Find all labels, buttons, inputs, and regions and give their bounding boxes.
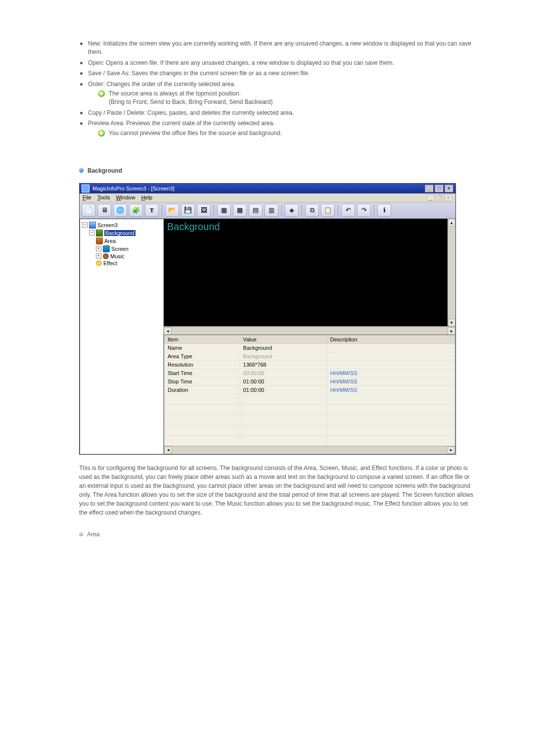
doc-restore-button[interactable]: ❐ [436, 194, 444, 201]
scroll-left-icon[interactable]: ◂ [164, 446, 172, 454]
cell-value[interactable]: 1366*768 [240, 360, 327, 369]
tool-save-icon[interactable]: 💾 [181, 204, 195, 217]
toolbar-separator [281, 204, 282, 216]
feature-list: New: Initializes the screen view you are… [79, 40, 475, 138]
tool-undo-icon[interactable]: ↶ [341, 204, 355, 217]
list-item: Save / Save As: Saves the changes in the… [79, 69, 475, 78]
scroll-down-icon[interactable]: ▾ [448, 319, 455, 327]
horizontal-scrollbar[interactable]: ◂ ▸ [164, 327, 455, 334]
menu-file[interactable]: File [83, 194, 91, 201]
tool-preview-icon[interactable]: ◈ [285, 204, 299, 217]
app-icon [82, 185, 89, 192]
note-list: You cannot preview the office files for … [98, 129, 475, 138]
table-row[interactable]: Stop Time 01:00:00 HH/MM/SS [165, 377, 455, 385]
cell-item: Start Time [165, 369, 240, 377]
list-text: Open: Opens a screen file. If there are … [88, 59, 394, 66]
tool-forward-icon[interactable]: ▤ [249, 204, 263, 217]
vertical-scrollbar[interactable]: ▴ ▾ [447, 219, 455, 327]
cell-value[interactable]: 01:00:00 [240, 385, 327, 394]
collapse-icon[interactable]: − [82, 222, 88, 228]
menu-window[interactable]: Window [116, 194, 135, 201]
col-desc: Description [327, 335, 454, 343]
col-item: Item [165, 335, 240, 343]
cell-value[interactable]: Background [240, 343, 327, 352]
tree-item-root[interactable]: − Screen3 [82, 221, 161, 229]
doc-window-controls: _ ❐ × [427, 194, 452, 201]
close-button[interactable]: × [445, 185, 453, 192]
tool-info-icon[interactable]: ℹ [377, 204, 391, 217]
toolbar-separator [302, 204, 302, 216]
table-row[interactable]: Area Type Background [165, 352, 455, 360]
cell-item: Stop Time [165, 377, 240, 385]
tool-paste-icon[interactable]: 📋 [321, 204, 335, 217]
cell-desc: HH/MM/SS [327, 369, 454, 377]
tool-new-icon[interactable]: 📄 [82, 204, 95, 217]
expand-icon[interactable]: + [96, 246, 101, 251]
tool-backward-icon[interactable]: ▥ [265, 204, 278, 217]
col-value: Value [240, 335, 327, 343]
table-row[interactable]: Duration 01:00:00 HH/MM/SS [165, 385, 455, 394]
properties-scrollbar[interactable]: ◂ ▸ [164, 446, 455, 454]
cell-item: Area Type [165, 352, 240, 360]
doc-minimize-button[interactable]: _ [427, 194, 435, 201]
bullet-icon [79, 168, 84, 173]
scroll-right-icon[interactable]: ▸ [447, 446, 455, 454]
tool-send-back-icon[interactable]: ▩ [233, 204, 247, 217]
tree-item-screen[interactable]: + Screen [82, 245, 161, 253]
minimize-button[interactable]: _ [425, 185, 434, 192]
sub-title: Area [87, 531, 99, 538]
tool-bring-front-icon[interactable]: ▦ [217, 204, 231, 217]
collapse-icon[interactable]: − [89, 230, 94, 236]
table-row[interactable]: Name Background [165, 343, 455, 352]
tool-copy-icon[interactable]: ⧉ [305, 204, 319, 217]
cell-item: Resolution [165, 360, 240, 369]
title-bar: MagicInfoPro Screen3 - [Screen3] _ □ × [80, 184, 455, 193]
properties-panel: Item Value Description Name Background A… [164, 334, 455, 454]
table-row[interactable]: Start Time 00:00:00 HH/MM/SS [165, 369, 455, 377]
maximize-button[interactable]: □ [435, 185, 444, 192]
tool-monitor-icon[interactable]: 🖥 [97, 204, 111, 217]
menu-tools[interactable]: Tools [97, 194, 110, 201]
toolbar: 📄 🖥 🌐 🧩 T 📂 💾 🖼 ▦ ▩ ▤ ▥ ◈ ⧉ 📋 ↶ ↷ ℹ [80, 202, 455, 219]
cell-value: 00:00:00 [240, 369, 327, 377]
effect-icon [96, 260, 102, 266]
tree-label: Screen3 [97, 222, 118, 228]
tool-text-icon[interactable]: T [145, 204, 159, 217]
canvas[interactable]: Background [164, 219, 455, 327]
screen-node-icon [103, 245, 110, 252]
tree-item-area[interactable]: Area [82, 237, 161, 245]
bullet-icon [79, 532, 83, 536]
area-icon [96, 237, 103, 244]
scroll-up-icon[interactable]: ▴ [448, 219, 455, 227]
tree-item-music[interactable]: + Music [82, 253, 161, 260]
table-row[interactable]: Resolution 1366*768 [165, 360, 455, 369]
list-text: Save / Save As: Saves the changes in the… [88, 70, 310, 77]
toolbar-separator [374, 204, 374, 216]
tree-label: Effect [103, 260, 117, 266]
expand-icon[interactable]: + [96, 253, 101, 259]
tool-redo-icon[interactable]: ↷ [357, 204, 371, 217]
tool-globe-icon[interactable]: 🌐 [113, 204, 127, 217]
tree-label: Music [110, 253, 125, 259]
tool-open-icon[interactable]: 📂 [165, 204, 179, 217]
menu-bar: File Tools Window Help _ ❐ × [80, 193, 455, 202]
tree-panel: − Screen3 − Background Area + Screen [80, 219, 164, 454]
list-text: New: Initializes the screen view you are… [88, 40, 471, 55]
note-text: You cannot preview the office files for … [109, 130, 282, 137]
doc-close-button[interactable]: × [445, 194, 452, 201]
cell-desc [327, 352, 454, 360]
document-page: New: Initializes the screen view you are… [0, 0, 534, 562]
tree-item-background[interactable]: − Background [82, 229, 161, 237]
screen-icon [89, 222, 96, 229]
tool-puzzle-icon[interactable]: 🧩 [129, 204, 143, 217]
tree-item-effect[interactable]: Effect [82, 260, 161, 267]
toolbar-separator [162, 204, 162, 216]
window-controls: _ □ × [425, 185, 453, 192]
menu-help[interactable]: Help [141, 194, 153, 201]
window-title: MagicInfoPro Screen3 - [Screen3] [92, 186, 175, 191]
note-item: You cannot preview the office files for … [98, 129, 475, 138]
cell-value[interactable]: 01:00:00 [240, 377, 327, 385]
tool-image-icon[interactable]: 🖼 [197, 204, 211, 217]
table-header-row: Item Value Description [165, 335, 455, 343]
list-item: Order: Changes the order of the currentl… [79, 80, 475, 107]
